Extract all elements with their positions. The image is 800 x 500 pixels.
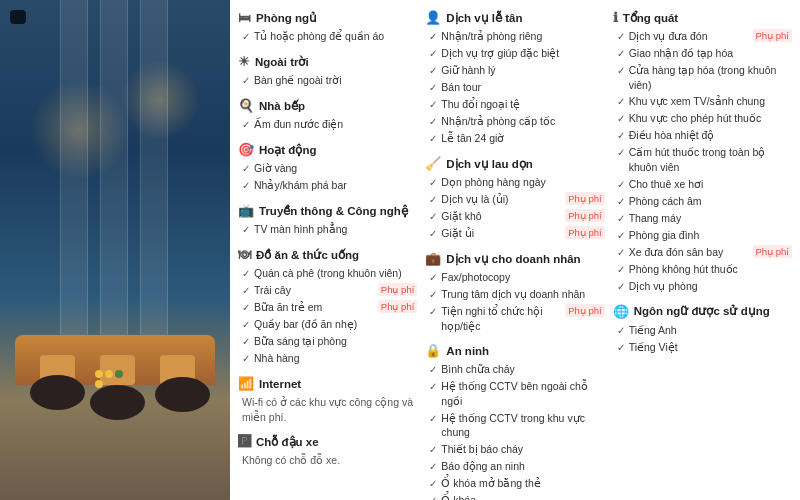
section-icon-nha-bep: 🍳	[238, 98, 254, 113]
section-dich-vu-lau-don: 🧹Dịch vụ lau dọn✓Dọn phòng hàng ngày✓Dịc…	[425, 156, 604, 241]
section-items-do-an: ✓Quán cà phê (trong khuôn viên)✓Trái cây…	[238, 266, 417, 366]
decorative-panel-2	[100, 0, 128, 375]
list-item: ✓Ổ khóa	[429, 493, 604, 500]
item-label: Dịch vụ phòng	[629, 279, 792, 294]
section-icon-do-an: 🍽	[238, 247, 251, 262]
decorative-panel-1	[60, 0, 88, 350]
plant-decoration	[95, 370, 125, 410]
checkmark-icon: ✓	[242, 162, 250, 176]
list-item: ✓Lễ tân 24 giờ	[429, 131, 604, 146]
checkmark-icon: ✓	[242, 74, 250, 88]
list-item: ✓Phòng không hút thuốc	[617, 262, 792, 277]
checkmark-icon: ✓	[429, 98, 437, 112]
section-tong-quat: ℹTổng quát✓Dịch vụ đưa đónPhụ phí✓Giao n…	[613, 10, 792, 294]
list-item: ✓Dịch vụ đưa đónPhụ phí	[617, 29, 792, 44]
item-label: Cho thuê xe hơi	[629, 177, 792, 192]
list-item: ✓Nhận/trả phòng riêng	[429, 29, 604, 44]
flower-1	[95, 370, 103, 378]
section-title-dich-vu-lau-don: 🧹Dịch vụ lau dọn	[425, 156, 604, 171]
list-item: ✓Xe đưa đón sân bayPhụ phí	[617, 245, 792, 260]
section-title-tong-quat: ℹTổng quát	[613, 10, 792, 25]
list-item: ✓Tiện nghi tổ chức hội họp/tiệcPhụ phí	[429, 304, 604, 333]
checkmark-icon: ✓	[617, 112, 625, 126]
item-label: Tiếng Anh	[629, 323, 792, 338]
list-item: ✓Báo động an ninh	[429, 459, 604, 474]
section-icon-ngon-ngu: 🌐	[613, 304, 629, 319]
fee-badge: Phụ phí	[753, 29, 792, 42]
item-label: Dọn phòng hàng ngày	[441, 175, 604, 190]
checkmark-icon: ✓	[617, 212, 625, 226]
column-col1: 🛏Phòng ngủ✓Tủ hoặc phòng để quần áo☀Ngoà…	[238, 10, 417, 490]
checkmark-icon: ✓	[429, 477, 437, 491]
item-label: Giữ hành lý	[441, 63, 604, 78]
section-title-hoat-dong: 🎯Hoạt động	[238, 142, 417, 157]
item-label: Nhà hàng	[254, 351, 417, 366]
coffee-table-3	[155, 377, 210, 412]
logo	[10, 10, 26, 24]
item-label: Trung tâm dịch vụ doanh nhân	[441, 287, 604, 302]
item-label: Giờ vàng	[254, 161, 417, 176]
list-item: ✓Bán tour	[429, 80, 604, 95]
item-label: Trái cây	[254, 283, 372, 298]
section-icon-tong-quat: ℹ	[613, 10, 618, 25]
item-label: Bữa ăn trẻ em	[254, 300, 372, 315]
fee-badge: Phụ phí	[565, 192, 604, 205]
checkmark-icon: ✓	[429, 494, 437, 500]
checkmark-icon: ✓	[429, 132, 437, 146]
checkmark-icon: ✓	[429, 305, 437, 319]
list-item: ✓Hệ thống CCTV trong khu vực chung	[429, 411, 604, 440]
fee-badge: Phụ phí	[378, 300, 417, 313]
section-dich-vu-doanh-nhan: 💼Dịch vụ cho doanh nhân✓Fax/photocopy✓Tr…	[425, 251, 604, 333]
item-label: Cửa hàng tạp hóa (trong khuôn viên)	[629, 63, 792, 92]
section-an-ninh: 🔒An ninh✓Bình chữa cháy✓Hệ thống CCTV bê…	[425, 343, 604, 500]
fee-badge: Phụ phí	[378, 283, 417, 296]
lobby-image	[0, 0, 230, 500]
checkmark-icon: ✓	[242, 352, 250, 366]
item-label: Báo động an ninh	[441, 459, 604, 474]
list-item: ✓Cấm hút thuốc trong toàn bộ khuôn viên	[617, 145, 792, 174]
item-label: Nhận/trả phòng riêng	[441, 29, 604, 44]
list-item: ✓Giặt khôPhụ phí	[429, 209, 604, 224]
item-label: Phòng gia đình	[629, 228, 792, 243]
checkmark-icon: ✓	[429, 47, 437, 61]
section-items-nha-bep: ✓Ấm đun nước điện	[238, 117, 417, 132]
section-title-text-tong-quat: Tổng quát	[623, 11, 679, 25]
list-item: ✓Cho thuê xe hơi	[617, 177, 792, 192]
list-item: ✓Giờ vàng	[242, 161, 417, 176]
section-items-dich-vu-doanh-nhan: ✓Fax/photocopy✓Trung tâm dịch vụ doanh n…	[425, 270, 604, 333]
list-item: ✓Bàn ghế ngoài trời	[242, 73, 417, 88]
section-truyen-thong: 📺Truyền thông & Công nghệ✓TV màn hình ph…	[238, 203, 417, 237]
checkmark-icon: ✓	[617, 30, 625, 44]
section-icon-hoat-dong: 🎯	[238, 142, 254, 157]
list-item: ✓Giao nhận đồ tạp hóa	[617, 46, 792, 61]
section-desc-internet: Wi-fi có ở các khu vực công cộng và miễn…	[238, 395, 417, 424]
item-label: Khu vực cho phép hút thuốc	[629, 111, 792, 126]
checkmark-icon: ✓	[429, 193, 437, 207]
column-col3: ℹTổng quát✓Dịch vụ đưa đónPhụ phí✓Giao n…	[613, 10, 792, 490]
item-label: Ổ khóa mở bằng thẻ	[441, 476, 604, 491]
checkmark-icon: ✓	[429, 363, 437, 377]
item-label: Dịch vụ đưa đón	[629, 29, 747, 44]
section-items-ngoai-troi: ✓Bàn ghế ngoài trời	[238, 73, 417, 88]
section-do-an: 🍽Đồ ăn & thức uống✓Quán cà phê (trong kh…	[238, 247, 417, 366]
list-item: ✓Giữ hành lý	[429, 63, 604, 78]
checkmark-icon: ✓	[429, 81, 437, 95]
checkmark-icon: ✓	[242, 223, 250, 237]
list-item: ✓Dịch vụ trợ giúp đặc biệt	[429, 46, 604, 61]
section-icon-dich-vu-le-tan: 👤	[425, 10, 441, 25]
list-item: ✓Thang máy	[617, 211, 792, 226]
item-label: Quán cà phê (trong khuôn viên)	[254, 266, 417, 281]
hotel-image-panel	[0, 0, 230, 500]
decorative-panel-3	[140, 0, 168, 340]
section-title-ngoai-troi: ☀Ngoài trời	[238, 54, 417, 69]
section-dich-vu-le-tan: 👤Dịch vụ lễ tân✓Nhận/trả phòng riêng✓Dịc…	[425, 10, 604, 146]
checkmark-icon: ✓	[242, 179, 250, 193]
checkmark-icon: ✓	[617, 246, 625, 260]
section-items-hoat-dong: ✓Giờ vàng✓Nhảy/khám phá bar	[238, 161, 417, 193]
list-item: ✓Thiết bị báo cháy	[429, 442, 604, 457]
item-label: Lễ tân 24 giờ	[441, 131, 604, 146]
list-item: ✓Quán cà phê (trong khuôn viên)	[242, 266, 417, 281]
list-item: ✓Ổ khóa mở bằng thẻ	[429, 476, 604, 491]
checkmark-icon: ✓	[242, 318, 250, 332]
fee-badge: Phụ phí	[753, 245, 792, 258]
